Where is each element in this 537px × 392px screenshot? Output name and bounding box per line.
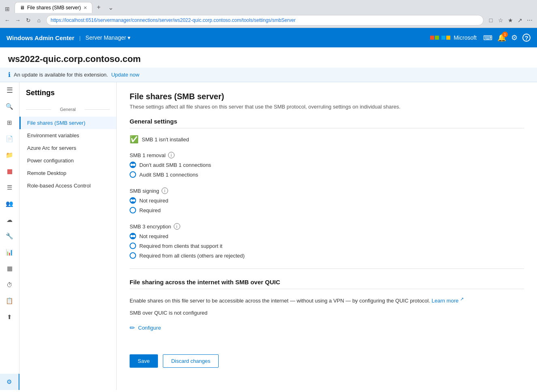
address-input[interactable] [46,15,484,26]
configure-label: Configure [138,325,161,331]
update-now-link[interactable]: Update now [111,72,139,78]
smb1-audit-radio[interactable] [130,171,136,178]
terminal-icon[interactable]: ⌨ [483,34,492,42]
smb-signing-not-required-option[interactable]: Not required [130,197,524,204]
settings-group-label: General [26,105,110,113]
header-divider: | [79,35,81,41]
quic-section: File sharing across the internet with SM… [130,279,524,333]
browser-extras-icon[interactable]: ★ [506,16,514,24]
smb-signing-not-required-radio[interactable] [130,197,136,204]
page-title: ws2022-quic.corp.contoso.com [8,54,529,64]
product-label[interactable]: Server Manager ▾ [85,34,130,41]
save-button[interactable]: Save [130,354,158,368]
smb-signing-required-radio[interactable] [130,207,136,213]
back-button[interactable]: ← [3,16,11,24]
browser-action-icons: □ ☆ ★ ↗ ⋯ [487,16,534,24]
sidebar-item-power-config[interactable]: Power configuration [19,154,116,167]
content-title: File shares (SMB server) [130,92,524,101]
tools-nav-icon[interactable]: 🔧 [0,228,19,244]
pencil-icon: ✏ [130,324,135,332]
main-layout: ☰ 🔍 ⊞ 📄 📁 ▦ ☰ 👥 ☁ 🔧 📊 ▦ ⏱ 📋 ⬆ ⚙ Settings… [0,82,537,390]
overview-nav-icon[interactable]: ⊞ [0,115,19,131]
product-dropdown-icon: ▾ [128,34,130,41]
tab-grid-icon[interactable]: ⊞ [3,5,11,13]
smb3-clients-support-option[interactable]: Required from clients that support it [130,243,524,249]
smb-signing-group: SMB signing i Not required Required [130,187,524,213]
tab-title: File shares (SMB server) [27,5,81,11]
settings-sidebar-title: Settings [19,89,116,104]
brand-label: Windows Admin Center [6,34,75,41]
tab-menu-button[interactable]: ⌄ [105,2,117,13]
configure-button[interactable]: ✏ Configure [130,322,524,333]
notification-badge: 1 [502,32,508,37]
settings-sidebar: Settings General File shares (SMB server… [19,82,117,390]
smb3-not-required-radio[interactable] [130,233,136,239]
smb1-removal-group: SMB 1 removal i Don't audit SMB 1 connec… [130,152,524,178]
browser-nav: ⊞ [3,5,11,13]
time-nav-icon[interactable]: ⏱ [0,277,19,293]
smb1-audit-option[interactable]: Audit SMB 1 connections [130,171,524,178]
content-description: These settings affect all file shares on… [130,104,524,110]
ms-logo: Microsoft [430,34,477,41]
external-link-icon: ↗ [460,296,464,301]
info-icon: ℹ [8,71,11,79]
section-divider [130,268,524,269]
header-settings-icon[interactable]: ⚙ [511,33,518,42]
app-header: Windows Admin Center | Server Manager ▾ … [0,28,537,47]
new-tab-button[interactable]: + [93,2,104,13]
sidebar-item-rbac[interactable]: Role-based Access Control [19,179,116,192]
home-button[interactable]: ⌂ [35,16,43,24]
smb3-all-clients-radio[interactable] [130,252,136,259]
smb1-dont-audit-option[interactable]: Don't audit SMB 1 connections [130,162,524,168]
logs-nav-icon[interactable]: 📋 [0,293,19,309]
files-nav-icon[interactable]: 📄 [0,131,19,147]
settings-nav-icon[interactable]: ⚙ [0,374,19,390]
quic-status-text: SMB over QUIC is not configured [130,310,524,316]
smb-signing-required-option[interactable]: Required [130,207,524,213]
smb1-dont-audit-radio[interactable] [130,162,136,168]
users-nav-icon[interactable]: 👥 [0,196,19,212]
left-nav-icons: ☰ 🔍 ⊞ 📄 📁 ▦ ☰ 👥 ☁ 🔧 📊 ▦ ⏱ 📋 ⬆ ⚙ [0,82,19,390]
tab-bar: ⊞ 🖥 File shares (SMB server) ✕ + ⌄ [0,0,537,13]
smb3-not-required-option[interactable]: Not required [130,233,524,239]
header-help-icon[interactable]: ? [522,34,531,42]
quic-learn-more-link[interactable]: Learn more ↗ [432,298,464,304]
updates-nav-icon[interactable]: ⬆ [0,309,19,325]
cloud-nav-icon[interactable]: ☁ [0,212,19,228]
action-bar: Save Discard changes [130,346,524,368]
discard-button[interactable]: Discard changes [163,354,219,368]
active-tab[interactable]: 🖥 File shares (SMB server) ✕ [15,2,92,13]
smb3-clients-support-radio[interactable] [130,243,136,249]
share-icon[interactable]: ↗ [516,16,524,24]
bookmark-icon[interactable]: ☆ [497,16,505,24]
charts-nav-icon[interactable]: 📊 [0,244,19,260]
sidebar-item-file-shares[interactable]: File shares (SMB server) [19,117,116,129]
ms-logo-square-4 [446,36,450,40]
header-icons: ⌨ 🔔 1 ⚙ ? [483,33,531,42]
list-nav-icon[interactable]: ☰ [0,179,19,196]
smb-signing-not-required-label: Not required [139,198,168,204]
browser-chrome: ⊞ 🖥 File shares (SMB server) ✕ + ⌄ ← → ↻… [0,0,537,28]
smb1-removal-info-icon[interactable]: i [168,152,175,158]
dashboard-nav-icon[interactable]: ▦ [0,163,19,179]
sidebar-item-azure-arc[interactable]: Azure Arc for servers [19,142,116,154]
refresh-button[interactable]: ↻ [24,16,32,24]
smb-signing-label: SMB signing i [130,187,524,194]
sidebar-item-env-vars[interactable]: Environment variables [19,129,116,142]
smb3-all-clients-option[interactable]: Required from all clients (others are re… [130,252,524,259]
tab-pin-icon[interactable]: □ [487,16,495,24]
grid-nav-icon[interactable]: ▦ [0,260,19,277]
more-icon[interactable]: ⋯ [526,16,534,24]
browser-nav-buttons: ← → ↻ ⌂ [3,16,43,24]
sidebar-item-remote-desktop[interactable]: Remote Desktop [19,167,116,179]
folder-nav-icon[interactable]: 📁 [0,147,19,163]
search-nav-icon[interactable]: 🔍 [0,98,19,115]
notification-icon[interactable]: 🔔 1 [497,33,506,42]
smb3-encryption-info-icon[interactable]: i [174,223,180,230]
smb-signing-info-icon[interactable]: i [162,187,168,194]
smb1-status-row: ✅ SMB 1 isn't installed [130,135,524,144]
forward-button[interactable]: → [14,16,22,24]
tab-close-button[interactable]: ✕ [83,5,87,11]
nav-toggle-button[interactable]: ☰ [0,82,19,98]
update-banner: ℹ An update is available for this extens… [0,68,537,82]
